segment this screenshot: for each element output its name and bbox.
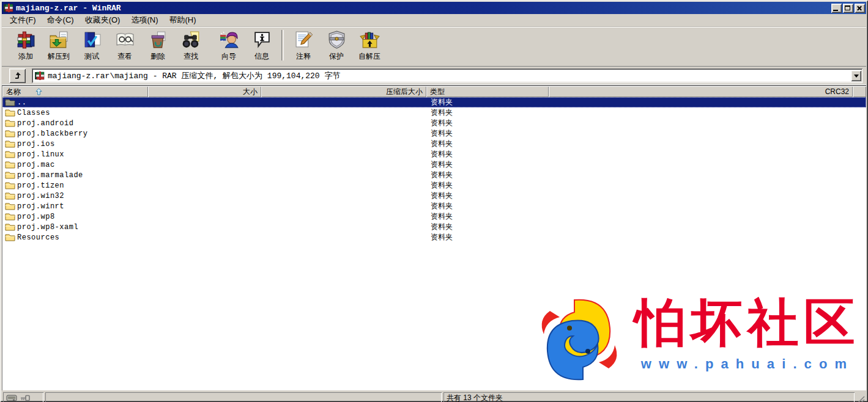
chevron-down-icon xyxy=(854,75,859,78)
column-label: CRC32 xyxy=(825,87,849,97)
column-header-size[interactable]: 大小 xyxy=(148,86,261,97)
tool-label: 解压到 xyxy=(48,51,70,62)
file-type: 资料夹 xyxy=(431,139,453,149)
file-row[interactable]: proj.win32资料夹 xyxy=(2,191,866,201)
protect-button[interactable]: 保护 xyxy=(320,28,353,63)
comment-button[interactable]: 注释 xyxy=(287,28,320,63)
file-row[interactable]: proj.mac资料夹 xyxy=(2,159,866,170)
menu-file[interactable]: 文件(F) xyxy=(4,13,42,27)
file-row[interactable]: Classes资料夹 xyxy=(2,108,866,118)
info-button[interactable]: 信息 xyxy=(245,28,278,63)
file-name: Resources xyxy=(17,233,59,242)
tool-label: 添加 xyxy=(18,51,33,62)
file-row[interactable]: proj.wp8-xaml资料夹 xyxy=(2,222,866,232)
file-row[interactable]: ..资料夹 xyxy=(2,97,866,108)
file-row[interactable]: proj.ios资料夹 xyxy=(2,139,866,149)
file-row[interactable]: proj.tizen资料夹 xyxy=(2,180,866,191)
view-button[interactable]: 查看 xyxy=(108,28,141,63)
protect-archive-icon xyxy=(327,30,347,50)
folder-icon xyxy=(5,181,15,189)
file-name: proj.marmalade xyxy=(17,171,83,180)
archive-path-combobox[interactable]: majiang-z.rar\majiang - RAR 压缩文件, 解包大小为 … xyxy=(32,68,862,83)
file-type: 资料夹 xyxy=(431,211,453,222)
file-type: 资料夹 xyxy=(431,118,453,128)
up-directory-button[interactable] xyxy=(9,68,26,83)
file-type: 资料夹 xyxy=(431,149,453,159)
file-type: 资料夹 xyxy=(431,170,453,180)
winrar-window: majiang-z.rar - WinRAR 文件(F) 命令(C) 收藏夹(O… xyxy=(0,0,868,402)
file-row[interactable]: proj.marmalade资料夹 xyxy=(2,170,866,180)
file-name: proj.android xyxy=(17,119,73,128)
file-list-panel: 名称 大小 压缩后大小 类型 CRC32 ..资料夹Classes资料夹proj… xyxy=(2,86,866,390)
file-list-rows: ..资料夹Classes资料夹proj.android资料夹proj.black… xyxy=(2,97,866,243)
winrar-file-icon xyxy=(35,71,45,80)
file-name: proj.winrt xyxy=(17,202,64,211)
tool-label: 自解压 xyxy=(358,51,380,62)
key-icon xyxy=(20,395,30,401)
status-indicators xyxy=(3,392,43,402)
file-row[interactable]: proj.winrt资料夹 xyxy=(2,201,866,211)
menu-help[interactable]: 帮助(H) xyxy=(163,13,201,27)
folder-icon xyxy=(5,150,15,158)
add-archive-icon xyxy=(16,30,36,50)
file-name: .. xyxy=(17,98,26,107)
folder-icon xyxy=(5,119,15,127)
file-row[interactable]: proj.android资料夹 xyxy=(2,118,866,128)
file-type: 资料夹 xyxy=(431,191,453,201)
watermark-title: 怕坏社区 xyxy=(635,294,860,353)
test-archive-icon xyxy=(82,30,102,50)
toolbar: 添加 解压到 测试 查看 删除 查找 向导 信息 xyxy=(2,27,866,67)
wizard-icon xyxy=(219,30,239,50)
file-name: Classes xyxy=(17,109,50,117)
add-button[interactable]: 添加 xyxy=(9,28,42,63)
minimize-button[interactable] xyxy=(831,4,842,13)
folder-icon xyxy=(5,192,15,200)
menu-options[interactable]: 选项(N) xyxy=(125,13,163,27)
resize-grip[interactable] xyxy=(856,394,865,402)
find-button[interactable]: 查找 xyxy=(174,28,207,63)
column-header-crc32[interactable]: CRC32 xyxy=(549,86,853,97)
minimize-icon xyxy=(833,10,838,11)
folder-icon xyxy=(5,161,15,169)
address-bar: majiang-z.rar\majiang - RAR 压缩文件, 解包大小为 … xyxy=(2,67,866,86)
file-type: 资料夹 xyxy=(431,180,453,191)
column-header-type[interactable]: 类型 xyxy=(426,86,549,97)
column-header-filler xyxy=(853,86,866,97)
menu-bar: 文件(F) 命令(C) 收藏夹(O) 选项(N) 帮助(H) xyxy=(2,14,866,27)
title-bar[interactable]: majiang-z.rar - WinRAR xyxy=(2,2,866,14)
folder-icon xyxy=(5,140,15,148)
sfx-button[interactable]: 自解压 xyxy=(353,28,386,63)
file-name: proj.linux xyxy=(17,150,64,159)
extract-to-button[interactable]: 解压到 xyxy=(42,28,75,63)
maximize-button[interactable] xyxy=(843,4,853,13)
menu-commands[interactable]: 命令(C) xyxy=(42,13,80,27)
sort-ascending-icon xyxy=(35,88,42,95)
status-count-panel: 共有 13 个文件夹 xyxy=(443,392,855,402)
tool-label: 查找 xyxy=(184,51,198,62)
folder-count-text: 共有 13 个文件夹 xyxy=(447,393,503,402)
pahuai-fish-logo-icon xyxy=(532,294,625,386)
delete-button[interactable]: 删除 xyxy=(141,28,174,63)
column-label: 名称 xyxy=(6,87,21,97)
tool-label: 查看 xyxy=(117,51,132,62)
wizard-button[interactable]: 向导 xyxy=(212,28,245,63)
file-row[interactable]: proj.linux资料夹 xyxy=(2,149,866,159)
file-row[interactable]: Resources资料夹 xyxy=(2,232,866,243)
test-button[interactable]: 测试 xyxy=(75,28,108,63)
column-header-name[interactable]: 名称 xyxy=(2,86,148,97)
archive-path-text: majiang-z.rar\majiang - RAR 压缩文件, 解包大小为 … xyxy=(48,70,851,81)
column-header-packed[interactable]: 压缩后大小 xyxy=(261,86,426,97)
folder-icon xyxy=(5,223,15,231)
close-button[interactable] xyxy=(855,4,865,13)
maximize-icon xyxy=(845,5,850,10)
tool-label: 向导 xyxy=(221,51,236,62)
window-title: majiang-z.rar - WinRAR xyxy=(16,4,831,13)
menu-favorites[interactable]: 收藏夹(O) xyxy=(80,13,126,27)
file-row[interactable]: proj.blackberry资料夹 xyxy=(2,128,866,139)
file-row[interactable]: proj.wp8资料夹 xyxy=(2,211,866,222)
combobox-dropdown-button[interactable] xyxy=(851,70,861,81)
delete-file-icon xyxy=(148,30,168,50)
tool-label: 保护 xyxy=(329,51,344,62)
winrar-app-icon xyxy=(4,4,13,12)
file-name: proj.wp8-xaml xyxy=(17,223,78,232)
